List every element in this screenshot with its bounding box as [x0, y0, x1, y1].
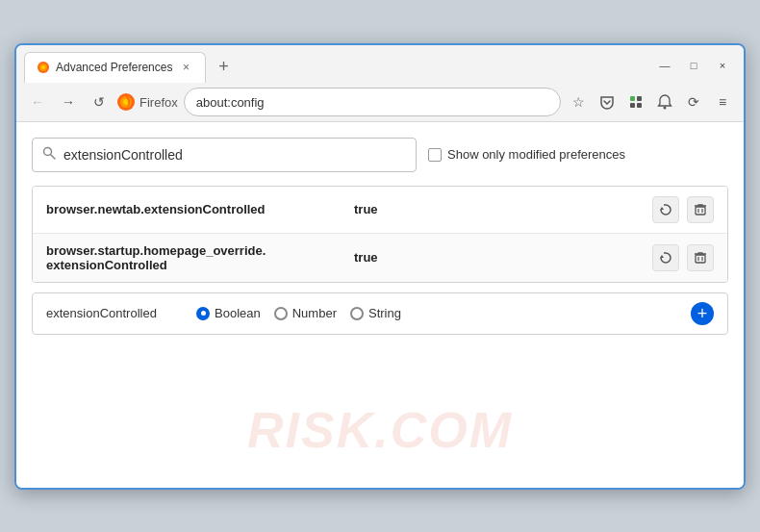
- svg-line-12: [51, 155, 56, 160]
- radio-number-label: Number: [292, 306, 337, 320]
- search-row: extensionControlled Show only modified p…: [32, 138, 728, 172]
- show-modified-checkbox[interactable]: [428, 148, 442, 162]
- reset-button-2[interactable]: [652, 244, 679, 271]
- pref-name-2-line1: browser.startup.homepage_override.: [46, 243, 266, 258]
- delete-button-1[interactable]: [687, 196, 714, 223]
- search-icon: [42, 146, 56, 163]
- search-input-value: extensionControlled: [63, 147, 183, 163]
- svg-rect-6: [630, 96, 635, 101]
- radio-boolean-circle: [196, 307, 210, 320]
- pref-name-2: browser.startup.homepage_override. exten…: [46, 243, 354, 272]
- new-tab-button[interactable]: +: [210, 54, 237, 81]
- sync-button[interactable]: ⟳: [680, 89, 707, 115]
- svg-rect-8: [630, 103, 635, 108]
- delete-button-2[interactable]: [687, 244, 714, 271]
- type-radio-group: Boolean Number String: [196, 306, 675, 320]
- reset-button-1[interactable]: [652, 196, 679, 223]
- svg-rect-13: [696, 207, 705, 215]
- table-row: browser.newtab.extensionControlled true: [33, 187, 727, 234]
- radio-string-label: String: [368, 306, 401, 320]
- watermark: RISK.COM: [247, 401, 513, 459]
- svg-rect-17: [696, 255, 705, 263]
- table-row: browser.startup.homepage_override. exten…: [33, 234, 727, 282]
- radio-boolean[interactable]: Boolean: [196, 306, 261, 320]
- extensions-button[interactable]: [622, 89, 649, 115]
- back-button[interactable]: ←: [24, 89, 51, 115]
- row-2-actions: [652, 244, 714, 271]
- svg-rect-7: [637, 96, 642, 101]
- pref-name-2-line2: extensionControlled: [46, 258, 167, 272]
- svg-rect-9: [637, 103, 642, 108]
- url-text: about:config: [196, 95, 265, 110]
- window-controls: — □ ×: [651, 55, 736, 80]
- svg-point-2: [41, 65, 45, 69]
- pref-value-2: true: [354, 250, 652, 265]
- tab-close-button[interactable]: ×: [178, 60, 193, 75]
- browser-window: Advanced Preferences × + — □ × ← → ↺ Fir…: [14, 43, 746, 490]
- maximize-button[interactable]: □: [680, 55, 707, 76]
- browser-tab[interactable]: Advanced Preferences ×: [24, 52, 206, 83]
- address-bar[interactable]: about:config: [184, 88, 561, 116]
- alerts-button[interactable]: [651, 89, 678, 115]
- row-1-actions: [652, 196, 714, 223]
- close-button[interactable]: ×: [709, 55, 736, 76]
- bookmark-button[interactable]: ☆: [565, 89, 592, 115]
- page-content: RISK.COM extensionControlled Show only m…: [16, 122, 744, 488]
- firefox-logo: [116, 92, 136, 112]
- menu-button[interactable]: ≡: [709, 89, 736, 115]
- radio-number-circle: [274, 307, 288, 320]
- radio-string[interactable]: String: [350, 306, 401, 320]
- new-pref-name: extensionControlled: [46, 306, 181, 320]
- svg-point-10: [664, 107, 667, 110]
- tab-title-text: Advanced Preferences: [56, 61, 172, 74]
- radio-boolean-label: Boolean: [215, 306, 261, 320]
- pref-name-1: browser.newtab.extensionControlled: [46, 202, 354, 216]
- radio-number[interactable]: Number: [274, 306, 337, 320]
- show-modified-label-text: Show only modified preferences: [447, 147, 625, 162]
- search-box[interactable]: extensionControlled: [32, 138, 417, 172]
- forward-button[interactable]: →: [55, 89, 82, 115]
- nav-action-buttons: ☆ ⟳ ≡: [565, 89, 736, 115]
- title-bar: Advanced Preferences × + — □ ×: [16, 45, 744, 84]
- reload-button[interactable]: ↺: [86, 89, 113, 115]
- add-preference-button[interactable]: +: [691, 302, 714, 325]
- add-preference-row: extensionControlled Boolean Number Strin…: [32, 292, 728, 335]
- radio-string-circle: [350, 307, 364, 320]
- show-modified-checkbox-label[interactable]: Show only modified preferences: [428, 147, 625, 162]
- tab-favicon: [37, 61, 50, 74]
- minimize-button[interactable]: —: [651, 55, 678, 76]
- results-table: browser.newtab.extensionControlled true …: [32, 186, 728, 283]
- navigation-bar: ← → ↺ Firefox about:config ☆: [16, 84, 744, 122]
- browser-brand-label: Firefox: [139, 95, 178, 110]
- pocket-button[interactable]: [594, 89, 621, 115]
- pref-value-1: true: [354, 202, 652, 216]
